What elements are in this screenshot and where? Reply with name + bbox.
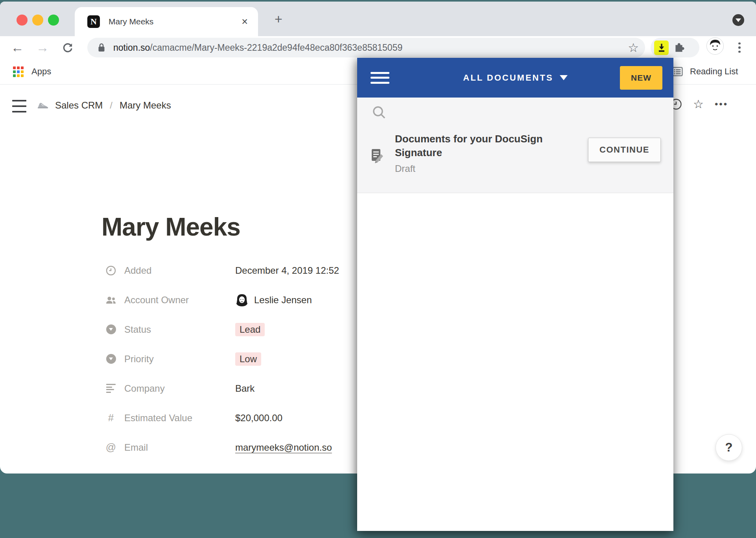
apps-grid-icon (13, 66, 24, 77)
apps-label: Apps (31, 66, 51, 77)
property-row-estimated-value[interactable]: # Estimated Value $20,000.00 (105, 403, 339, 433)
hash-icon: # (105, 412, 117, 424)
reading-list-icon (672, 67, 683, 76)
property-row-added[interactable]: Added December 4, 2019 12:52 (105, 256, 339, 285)
property-row-account-owner[interactable]: Account Owner Leslie Jensen (105, 285, 339, 315)
tab-close-icon[interactable]: × (242, 17, 248, 27)
property-label: Email (124, 442, 235, 453)
extensions-puzzle-icon[interactable] (673, 42, 685, 53)
forward-button[interactable]: → (35, 39, 50, 57)
address-bar[interactable]: notion.so/camacme/Mary-Meeks-2219a2de94f… (87, 38, 645, 57)
property-row-priority[interactable]: Priority Low (105, 344, 339, 374)
new-tab-button[interactable]: + (270, 10, 287, 28)
continue-button[interactable]: CONTINUE (588, 138, 661, 162)
documents-filter-dropdown[interactable]: ALL DOCUMENTS (357, 73, 673, 83)
download-icon (656, 42, 667, 53)
back-button[interactable]: ← (9, 39, 25, 57)
tab-search-button[interactable] (732, 14, 744, 26)
property-list: Added December 4, 2019 12:52 Account Own… (105, 256, 339, 462)
property-label: Company (124, 383, 235, 394)
property-label: Added (124, 265, 235, 276)
reload-icon (61, 41, 74, 54)
docusign-document-section: Documents for your DocuSign Signature Dr… (357, 98, 673, 193)
property-row-company[interactable]: Company Bark (105, 374, 339, 403)
browser-toolbar: ← → notion.so/camacme/Mary-Meeks-2219a2d… (0, 36, 756, 59)
priority-badge: Low (235, 352, 261, 366)
document-title: Documents for your DocuSign Signature (395, 133, 543, 158)
breadcrumb-page[interactable]: Mary Meeks (120, 100, 171, 111)
person-name: Leslie Jensen (254, 295, 312, 306)
property-row-email[interactable]: @ Email marymeeks@notion.so (105, 433, 339, 462)
close-window-button[interactable] (17, 15, 28, 26)
document-info: Documents for your DocuSign Signature Dr… (395, 132, 568, 174)
minimize-window-button[interactable] (32, 15, 43, 26)
select-icon (105, 324, 117, 334)
reading-list-button[interactable]: Reading List (672, 59, 738, 84)
breadcrumb-workspace[interactable]: Sales CRM (55, 100, 103, 111)
url-domain: notion.so (113, 42, 150, 53)
screen: N Mary Meeks × + ← → (0, 0, 756, 538)
property-value: December 4, 2019 12:52 (235, 265, 339, 276)
text-lines-icon (105, 384, 117, 393)
extensions-area (651, 38, 699, 57)
clock-icon (105, 265, 117, 276)
bookmark-star-icon[interactable]: ☆ (628, 42, 639, 54)
email-link[interactable]: marymeeks@notion.so (235, 442, 332, 453)
help-button[interactable]: ? (715, 434, 742, 461)
notion-favicon-icon: N (87, 15, 100, 28)
profile-avatar[interactable] (706, 37, 724, 55)
maximize-window-button[interactable] (48, 15, 59, 26)
docusign-panel: ALL DOCUMENTS NEW (357, 58, 673, 531)
property-label: Estimated Value (124, 413, 235, 424)
docusign-header: ALL DOCUMENTS NEW (357, 58, 673, 98)
tab-title: Mary Meeks (109, 17, 242, 26)
search-icon[interactable] (371, 105, 387, 120)
bookmark-apps[interactable]: Apps (13, 59, 51, 84)
documents-filter-label: ALL DOCUMENTS (463, 73, 553, 83)
select-icon (105, 354, 117, 364)
favorite-star-icon[interactable]: ☆ (693, 98, 704, 110)
document-status: Draft (395, 163, 568, 174)
property-label: Status (124, 324, 235, 335)
people-icon (105, 295, 117, 305)
property-value: Leslie Jensen (235, 293, 312, 307)
reload-button[interactable] (60, 39, 76, 57)
url-path: /camacme/Mary-Meeks-2219a2de94fe48eca80f… (150, 42, 402, 53)
breadcrumb: Sales CRM / Mary Meeks (37, 98, 171, 113)
property-value: Bark (235, 383, 254, 394)
chevron-down-icon (736, 18, 741, 22)
page-menu-icon[interactable]: ••• (715, 99, 728, 110)
download-extension-button[interactable] (654, 41, 669, 55)
at-icon: @ (105, 441, 117, 453)
status-badge: Lead (235, 323, 265, 336)
property-row-status[interactable]: Status Lead (105, 315, 339, 344)
sneaker-icon (37, 100, 49, 111)
document-list-item[interactable]: Documents for your DocuSign Signature Dr… (357, 132, 673, 174)
browser-tab[interactable]: N Mary Meeks × (75, 7, 258, 36)
caret-down-icon (560, 75, 568, 80)
draft-document-icon (371, 149, 384, 164)
lock-icon (97, 42, 106, 53)
notion-page-actions: ☆ ••• (670, 98, 728, 110)
reading-list-label: Reading List (690, 66, 738, 77)
page-title: Mary Meeks (101, 212, 240, 241)
browser-menu-button[interactable] (735, 39, 744, 56)
property-label: Account Owner (124, 295, 235, 306)
person-avatar (235, 293, 249, 307)
tab-strip: N Mary Meeks × + (0, 2, 756, 36)
breadcrumb-separator: / (109, 100, 113, 111)
url-text: notion.so/camacme/Mary-Meeks-2219a2de94f… (113, 42, 628, 53)
property-value: Lead (235, 323, 265, 336)
property-value: $20,000.00 (235, 413, 282, 424)
property-value: Low (235, 352, 261, 366)
notion-sidebar-toggle[interactable] (12, 99, 26, 113)
property-label: Priority (124, 354, 235, 365)
